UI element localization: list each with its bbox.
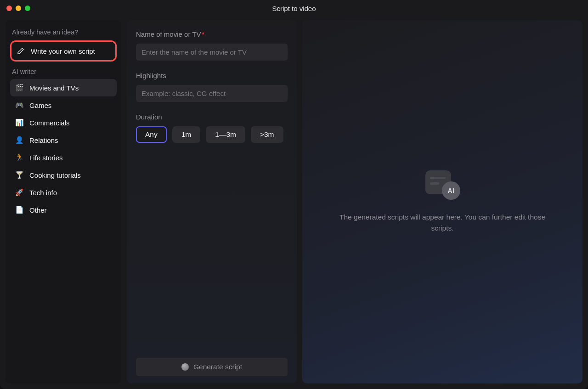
sidebar-item-label: Commercials <box>29 119 70 127</box>
empty-state-text: The generated scripts will appear here. … <box>337 212 548 233</box>
duration-options: Any 1m 1—3m >3m <box>136 126 288 143</box>
name-field-label: Name of movie or TV * <box>136 30 288 38</box>
chart-icon: 📊 <box>15 118 24 127</box>
highlights-field-label: Highlights <box>136 72 288 79</box>
sidebar-item-tech-info[interactable]: 🚀 Tech info <box>10 184 117 201</box>
close-icon[interactable] <box>6 6 12 11</box>
sphere-icon <box>181 363 189 371</box>
sidebar-item-label: Tech info <box>29 189 57 197</box>
window-title: Script to video <box>272 5 316 12</box>
sidebar-item-life-stories[interactable]: 🏃 Life stories <box>10 149 117 166</box>
rocket-icon: 🚀 <box>15 188 24 197</box>
person-icon: 👤 <box>15 135 24 145</box>
titlebar: Script to video <box>0 0 588 17</box>
empty-state-icon: AI <box>424 170 460 200</box>
pencil-icon <box>16 46 25 56</box>
sidebar-item-commercials[interactable]: 📊 Commercials <box>10 114 117 131</box>
movie-name-input[interactable] <box>136 44 288 61</box>
duration-field-label: Duration <box>136 113 288 121</box>
traffic-lights <box>0 6 30 11</box>
clapperboard-icon: 🎬 <box>15 83 24 92</box>
gamepad-icon: 🎮 <box>15 101 24 110</box>
duration-1-3m-button[interactable]: 1—3m <box>206 126 245 143</box>
cocktail-icon: 🍸 <box>15 170 24 180</box>
document-icon: 📄 <box>15 205 24 214</box>
sidebar-item-label: Movies and TVs <box>29 84 79 92</box>
generated-script-panel: AI The generated scripts will appear her… <box>302 20 582 383</box>
generate-button-label: Generate script <box>193 363 242 371</box>
ai-writer-section-label: AI writer <box>12 68 115 75</box>
sidebar-item-label: Games <box>29 101 51 109</box>
sidebar-item-other[interactable]: 📄 Other <box>10 201 117 219</box>
content-area: Already have an idea? Write your own scr… <box>0 17 588 389</box>
duration-any-button[interactable]: Any <box>136 126 167 143</box>
idea-section-label: Already have an idea? <box>12 28 115 36</box>
name-label-text: Name of movie or TV <box>136 30 201 38</box>
sidebar: Already have an idea? Write your own scr… <box>6 20 121 383</box>
sidebar-item-cooking-tutorials[interactable]: 🍸 Cooking tutorials <box>10 166 117 184</box>
sidebar-item-label: Life stories <box>29 154 63 162</box>
script-form-panel: Name of movie or TV * Highlights Duratio… <box>127 20 297 383</box>
sidebar-item-movies-tvs[interactable]: 🎬 Movies and TVs <box>10 79 117 96</box>
runner-icon: 🏃 <box>15 153 24 162</box>
write-own-script-button[interactable]: Write your own script <box>10 40 117 62</box>
duration-1m-button[interactable]: 1m <box>172 126 201 143</box>
duration-gt3m-button[interactable]: >3m <box>251 126 283 143</box>
ai-badge-icon: AI <box>442 181 460 200</box>
generate-script-button[interactable]: Generate script <box>136 358 288 376</box>
highlights-input[interactable] <box>136 85 288 102</box>
required-star-icon: * <box>202 31 204 38</box>
sidebar-item-games[interactable]: 🎮 Games <box>10 96 117 114</box>
sidebar-item-label: Other <box>29 206 47 214</box>
app-window: Script to video Already have an idea? Wr… <box>0 0 588 389</box>
sidebar-item-label: Cooking tutorials <box>29 171 81 179</box>
minimize-icon[interactable] <box>16 6 21 11</box>
sidebar-item-label: Write your own script <box>31 47 95 55</box>
sidebar-item-label: Relations <box>29 136 58 144</box>
maximize-icon[interactable] <box>25 6 30 11</box>
sidebar-item-relations[interactable]: 👤 Relations <box>10 131 117 149</box>
